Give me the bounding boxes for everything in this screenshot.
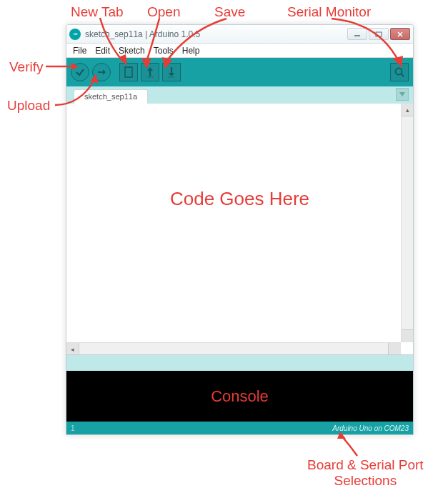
upload-button[interactable] xyxy=(92,63,111,81)
svg-rect-14 xyxy=(125,67,132,77)
annotation-board-serial: Board & Serial Port Selections xyxy=(307,457,424,489)
file-icon xyxy=(124,66,134,78)
maximize-button[interactable] xyxy=(369,28,389,40)
scroll-right-icon[interactable]: ▸ xyxy=(389,343,401,355)
close-button[interactable] xyxy=(390,28,410,40)
annotation-open: Open xyxy=(147,4,180,20)
console-panel: Console xyxy=(66,371,413,422)
check-icon xyxy=(74,66,86,78)
tab-active[interactable]: sketch_sep11a xyxy=(74,89,148,104)
arrow-up-icon xyxy=(145,66,155,78)
svg-point-22 xyxy=(396,69,402,75)
svg-marker-17 xyxy=(147,67,153,71)
toolbar xyxy=(66,58,413,86)
annotation-new-tab: New Tab xyxy=(71,4,124,20)
svg-marker-24 xyxy=(399,92,405,96)
code-editor[interactable]: Code Goes Here ▴ ▾ ◂ ▸ xyxy=(66,104,413,355)
save-button[interactable] xyxy=(162,63,181,81)
footer-bar: 1 Arduino Uno on COM23 xyxy=(66,422,413,434)
arrow-down-icon xyxy=(166,66,176,78)
arrow-board-serial xyxy=(336,432,364,459)
arrow-right-icon xyxy=(96,66,107,78)
tab-menu-button[interactable] xyxy=(396,88,409,101)
app-window: ∞ sketch_sep11a | Arduino 1.0.5 File Edi… xyxy=(66,24,414,435)
menu-help[interactable]: Help xyxy=(179,44,204,57)
status-bar xyxy=(66,355,413,371)
annotation-verify: Verify xyxy=(9,59,44,75)
vertical-scrollbar[interactable]: ▴ ▾ xyxy=(401,104,413,342)
annotation-upload: Upload xyxy=(7,98,50,114)
scroll-up-icon[interactable]: ▴ xyxy=(402,104,414,116)
tabbar: sketch_sep11a xyxy=(66,86,413,104)
chevron-down-icon xyxy=(399,91,406,97)
annotation-console: Console xyxy=(211,387,269,406)
line-number: 1 xyxy=(71,424,332,432)
open-button[interactable] xyxy=(141,63,159,81)
svg-marker-13 xyxy=(103,69,106,75)
magnifier-icon xyxy=(394,66,405,78)
minimize-button[interactable] xyxy=(347,28,367,40)
verify-button[interactable] xyxy=(71,63,89,81)
board-port-status: Arduino Uno on COM23 xyxy=(332,424,409,432)
serial-monitor-button[interactable] xyxy=(390,63,409,81)
svg-marker-20 xyxy=(169,73,174,76)
titlebar[interactable]: ∞ sketch_sep11a | Arduino 1.0.5 xyxy=(66,25,413,44)
menu-file[interactable]: File xyxy=(69,44,90,57)
arduino-logo-icon: ∞ xyxy=(69,29,81,40)
menu-sketch[interactable]: Sketch xyxy=(115,44,149,57)
horizontal-scrollbar[interactable]: ◂ ▸ xyxy=(66,342,401,354)
svg-line-23 xyxy=(402,74,404,77)
menu-tools[interactable]: Tools xyxy=(150,44,177,57)
menubar: File Edit Sketch Tools Help xyxy=(66,44,413,58)
annotation-serial-monitor: Serial Monitor xyxy=(287,4,371,20)
window-controls xyxy=(347,28,410,40)
window-title: sketch_sep11a | Arduino 1.0.5 xyxy=(85,29,347,39)
scroll-down-icon[interactable]: ▾ xyxy=(402,330,414,342)
new-button[interactable] xyxy=(119,63,138,81)
scroll-left-icon[interactable]: ◂ xyxy=(66,343,79,355)
svg-rect-9 xyxy=(376,32,382,36)
annotation-save: Save xyxy=(214,4,245,20)
annotation-code-area: Code Goes Here xyxy=(170,188,309,210)
menu-edit[interactable]: Edit xyxy=(91,44,114,57)
